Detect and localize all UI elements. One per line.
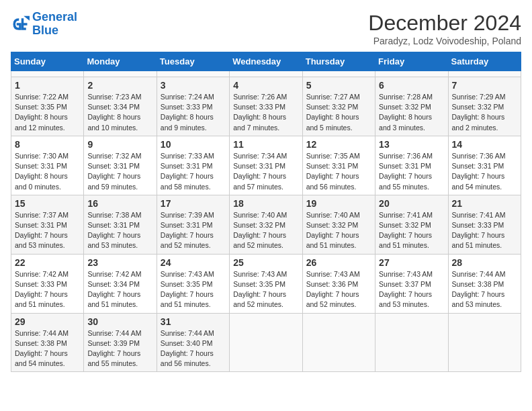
location-subtitle: Paradyz, Lodz Voivodeship, Poland — [368, 36, 521, 46]
calendar-cell: 12Sunrise: 7:35 AM Sunset: 3:31 PM Dayli… — [302, 136, 375, 195]
calendar-cell: 30Sunrise: 7:44 AM Sunset: 3:39 PM Dayli… — [84, 313, 157, 372]
day-info: Sunrise: 7:42 AM Sunset: 3:34 PM Dayligh… — [87, 269, 152, 310]
day-info: Sunrise: 7:32 AM Sunset: 3:31 PM Dayligh… — [87, 151, 152, 192]
calendar-cell: 13Sunrise: 7:36 AM Sunset: 3:31 PM Dayli… — [375, 136, 448, 195]
day-info: Sunrise: 7:29 AM Sunset: 3:32 PM Dayligh… — [452, 92, 517, 133]
calendar-cell — [84, 71, 157, 77]
day-number: 9 — [87, 139, 152, 150]
day-number: 3 — [161, 80, 226, 91]
calendar-table: SundayMondayTuesdayWednesdayThursdayFrid… — [11, 52, 521, 372]
day-number: 5 — [306, 80, 371, 91]
day-info: Sunrise: 7:27 AM Sunset: 3:32 PM Dayligh… — [306, 92, 371, 133]
week-row-4: 15Sunrise: 7:37 AM Sunset: 3:31 PM Dayli… — [11, 195, 521, 254]
calendar-cell: 4Sunrise: 7:26 AM Sunset: 3:33 PM Daylig… — [230, 77, 302, 136]
calendar-cell — [448, 71, 521, 77]
day-number: 16 — [87, 198, 152, 209]
week-row-3: 8Sunrise: 7:30 AM Sunset: 3:31 PM Daylig… — [11, 136, 521, 195]
day-info: Sunrise: 7:36 AM Sunset: 3:31 PM Dayligh… — [452, 151, 517, 192]
calendar-cell: 20Sunrise: 7:41 AM Sunset: 3:32 PM Dayli… — [375, 195, 448, 254]
day-info: Sunrise: 7:34 AM Sunset: 3:31 PM Dayligh… — [233, 151, 298, 192]
weekday-header-sunday: Sunday — [11, 52, 84, 71]
day-info: Sunrise: 7:43 AM Sunset: 3:37 PM Dayligh… — [379, 269, 444, 310]
day-info: Sunrise: 7:22 AM Sunset: 3:35 PM Dayligh… — [15, 92, 80, 133]
day-info: Sunrise: 7:41 AM Sunset: 3:32 PM Dayligh… — [379, 210, 444, 251]
day-number: 24 — [161, 257, 226, 268]
day-info: Sunrise: 7:26 AM Sunset: 3:33 PM Dayligh… — [233, 92, 298, 133]
calendar-cell — [11, 71, 84, 77]
calendar-cell: 25Sunrise: 7:43 AM Sunset: 3:35 PM Dayli… — [230, 254, 302, 313]
day-number: 29 — [15, 316, 80, 327]
calendar-cell: 19Sunrise: 7:40 AM Sunset: 3:32 PM Dayli… — [302, 195, 375, 254]
day-info: Sunrise: 7:24 AM Sunset: 3:33 PM Dayligh… — [161, 92, 226, 133]
day-info: Sunrise: 7:43 AM Sunset: 3:35 PM Dayligh… — [233, 269, 298, 310]
calendar-cell: 17Sunrise: 7:39 AM Sunset: 3:31 PM Dayli… — [157, 195, 229, 254]
weekday-header-monday: Monday — [84, 52, 157, 71]
weekday-header-thursday: Thursday — [302, 52, 375, 71]
logo: General Blue — [11, 11, 77, 38]
day-info: Sunrise: 7:38 AM Sunset: 3:31 PM Dayligh… — [87, 210, 152, 251]
day-number: 22 — [15, 257, 80, 268]
calendar-cell — [302, 313, 375, 372]
calendar-cell: 26Sunrise: 7:43 AM Sunset: 3:36 PM Dayli… — [302, 254, 375, 313]
calendar-cell: 15Sunrise: 7:37 AM Sunset: 3:31 PM Dayli… — [11, 195, 84, 254]
day-number: 20 — [379, 198, 444, 209]
week-row-6: 29Sunrise: 7:44 AM Sunset: 3:38 PM Dayli… — [11, 313, 521, 372]
calendar-cell: 10Sunrise: 7:33 AM Sunset: 3:31 PM Dayli… — [157, 136, 229, 195]
weekday-header-tuesday: Tuesday — [157, 52, 229, 71]
week-row-2: 1Sunrise: 7:22 AM Sunset: 3:35 PM Daylig… — [11, 77, 521, 136]
calendar-cell: 2Sunrise: 7:23 AM Sunset: 3:34 PM Daylig… — [84, 77, 157, 136]
day-info: Sunrise: 7:40 AM Sunset: 3:32 PM Dayligh… — [306, 210, 371, 251]
calendar-cell: 29Sunrise: 7:44 AM Sunset: 3:38 PM Dayli… — [11, 313, 84, 372]
weekday-header-friday: Friday — [375, 52, 448, 71]
day-number: 10 — [161, 139, 226, 150]
calendar-cell: 7Sunrise: 7:29 AM Sunset: 3:32 PM Daylig… — [448, 77, 521, 136]
calendar-cell — [375, 71, 448, 77]
calendar-cell — [302, 71, 375, 77]
day-number: 21 — [452, 198, 517, 209]
calendar-cell: 21Sunrise: 7:41 AM Sunset: 3:33 PM Dayli… — [448, 195, 521, 254]
calendar-cell: 14Sunrise: 7:36 AM Sunset: 3:31 PM Dayli… — [448, 136, 521, 195]
calendar-cell: 16Sunrise: 7:38 AM Sunset: 3:31 PM Dayli… — [84, 195, 157, 254]
calendar-cell: 3Sunrise: 7:24 AM Sunset: 3:33 PM Daylig… — [157, 77, 229, 136]
day-number: 28 — [452, 257, 517, 268]
calendar-cell: 5Sunrise: 7:27 AM Sunset: 3:32 PM Daylig… — [302, 77, 375, 136]
day-number: 25 — [233, 257, 298, 268]
day-info: Sunrise: 7:33 AM Sunset: 3:31 PM Dayligh… — [161, 151, 226, 192]
week-row-5: 22Sunrise: 7:42 AM Sunset: 3:33 PM Dayli… — [11, 254, 521, 313]
day-number: 30 — [87, 316, 152, 327]
calendar-cell: 18Sunrise: 7:40 AM Sunset: 3:32 PM Dayli… — [230, 195, 302, 254]
calendar-cell — [375, 313, 448, 372]
calendar-cell: 24Sunrise: 7:43 AM Sunset: 3:35 PM Dayli… — [157, 254, 229, 313]
calendar-cell: 6Sunrise: 7:28 AM Sunset: 3:32 PM Daylig… — [375, 77, 448, 136]
calendar-cell: 23Sunrise: 7:42 AM Sunset: 3:34 PM Dayli… — [84, 254, 157, 313]
calendar-cell: 22Sunrise: 7:42 AM Sunset: 3:33 PM Dayli… — [11, 254, 84, 313]
logo-icon — [11, 15, 30, 34]
header: General Blue December 2024 Paradyz, Lodz… — [11, 11, 521, 46]
day-number: 31 — [161, 316, 226, 327]
calendar-cell — [448, 313, 521, 372]
day-info: Sunrise: 7:39 AM Sunset: 3:31 PM Dayligh… — [161, 210, 226, 251]
week-row-1 — [11, 71, 521, 77]
day-number: 18 — [233, 198, 298, 209]
day-info: Sunrise: 7:43 AM Sunset: 3:35 PM Dayligh… — [161, 269, 226, 310]
day-info: Sunrise: 7:28 AM Sunset: 3:32 PM Dayligh… — [379, 92, 444, 133]
day-number: 11 — [233, 139, 298, 150]
calendar-cell: 11Sunrise: 7:34 AM Sunset: 3:31 PM Dayli… — [230, 136, 302, 195]
day-number: 13 — [379, 139, 444, 150]
day-number: 2 — [87, 80, 152, 91]
day-info: Sunrise: 7:41 AM Sunset: 3:33 PM Dayligh… — [452, 210, 517, 251]
calendar-cell — [230, 71, 302, 77]
day-info: Sunrise: 7:40 AM Sunset: 3:32 PM Dayligh… — [233, 210, 298, 251]
calendar-cell: 28Sunrise: 7:44 AM Sunset: 3:38 PM Dayli… — [448, 254, 521, 313]
calendar-cell — [157, 71, 229, 77]
day-info: Sunrise: 7:42 AM Sunset: 3:33 PM Dayligh… — [15, 269, 80, 310]
day-number: 4 — [233, 80, 298, 91]
weekday-header-saturday: Saturday — [448, 52, 521, 71]
day-info: Sunrise: 7:30 AM Sunset: 3:31 PM Dayligh… — [15, 151, 80, 192]
day-info: Sunrise: 7:44 AM Sunset: 3:38 PM Dayligh… — [15, 328, 80, 369]
calendar-cell — [230, 313, 302, 372]
day-number: 19 — [306, 198, 371, 209]
logo-line1: General — [32, 10, 77, 24]
day-info: Sunrise: 7:35 AM Sunset: 3:31 PM Dayligh… — [306, 151, 371, 192]
day-number: 23 — [87, 257, 152, 268]
